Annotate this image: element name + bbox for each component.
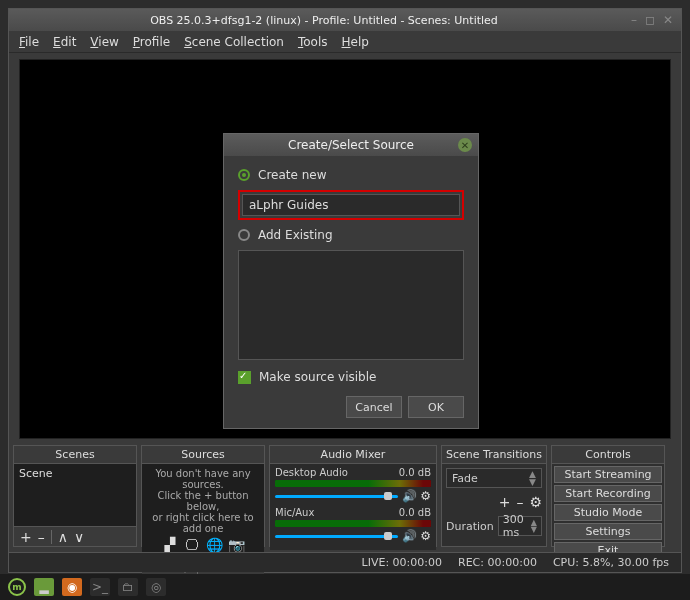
scenes-toolbar: + – ∧ ∨ bbox=[14, 526, 136, 546]
scene-item[interactable]: Scene bbox=[19, 467, 131, 480]
titlebar[interactable]: OBS 25.0.3+dfsg1-2 (linux) - Profile: Un… bbox=[9, 9, 681, 31]
make-visible-checkbox[interactable] bbox=[238, 371, 251, 384]
window-title: OBS 25.0.3+dfsg1-2 (linux) - Profile: Un… bbox=[17, 14, 631, 27]
mixer-header: Audio Mixer bbox=[270, 446, 436, 464]
controls-panel: Controls Start Streaming Start Recording… bbox=[551, 445, 665, 547]
add-existing-label: Add Existing bbox=[258, 228, 333, 242]
transitions-panel: Scene Transitions Fade ▲▼ + – ⚙ Duration bbox=[441, 445, 547, 547]
audio-mixer-panel: Audio Mixer Desktop Audio 0.0 dB 🔊 ⚙ bbox=[269, 445, 437, 547]
menubar: File Edit View Profile Scene Collection … bbox=[9, 31, 681, 53]
dialog-close-icon[interactable]: ✕ bbox=[458, 138, 472, 152]
dock-area: Scenes Scene + – ∧ ∨ Sources You don't h… bbox=[13, 445, 677, 547]
sources-header: Sources bbox=[142, 446, 264, 464]
files-taskbar-icon[interactable]: ▂ bbox=[34, 578, 54, 596]
menu-help[interactable]: Help bbox=[342, 35, 369, 49]
duration-spinbox[interactable]: 300 ms ▲▼ bbox=[498, 516, 542, 536]
separator bbox=[51, 530, 52, 544]
sources-list[interactable]: You don't have any sources. Click the + … bbox=[142, 464, 264, 558]
create-new-radio-row[interactable]: Create new bbox=[238, 168, 464, 182]
obs-taskbar-icon[interactable]: ◎ bbox=[146, 578, 166, 596]
close-icon[interactable]: ✕ bbox=[663, 13, 673, 27]
create-source-dialog: Create/Select Source ✕ Create new Add Ex… bbox=[223, 133, 479, 429]
menu-tools[interactable]: Tools bbox=[298, 35, 328, 49]
level-meter bbox=[275, 520, 431, 527]
remove-transition-icon[interactable]: – bbox=[516, 494, 523, 510]
firefox-taskbar-icon[interactable]: ◉ bbox=[62, 578, 82, 596]
transition-select[interactable]: Fade ▲▼ bbox=[446, 468, 542, 488]
ch-name: Mic/Aux bbox=[275, 507, 314, 518]
scenes-header: Scenes bbox=[14, 446, 136, 464]
volume-slider[interactable] bbox=[275, 495, 398, 498]
mixer-channel-mic: Mic/Aux 0.0 dB 🔊 ⚙ bbox=[275, 507, 431, 543]
remove-scene-icon[interactable]: – bbox=[38, 529, 45, 545]
ch-name: Desktop Audio bbox=[275, 467, 348, 478]
status-live: LIVE: 00:00:00 bbox=[362, 556, 442, 569]
source-name-highlight bbox=[238, 190, 464, 220]
terminal-taskbar-icon[interactable]: >_ bbox=[90, 578, 110, 596]
status-rec: REC: 00:00:00 bbox=[458, 556, 537, 569]
controls-header: Controls bbox=[552, 446, 664, 464]
transitions-header: Scene Transitions bbox=[442, 446, 546, 464]
menu-edit[interactable]: Edit bbox=[53, 35, 76, 49]
speaker-icon[interactable]: 🔊 bbox=[402, 489, 417, 503]
speaker-icon[interactable]: 🔊 bbox=[402, 529, 417, 543]
transition-settings-icon[interactable]: ⚙ bbox=[529, 494, 542, 510]
mixer-channel-desktop: Desktop Audio 0.0 dB 🔊 ⚙ bbox=[275, 467, 431, 503]
sources-empty-1: You don't have any sources. bbox=[145, 468, 261, 490]
spin-arrows-icon: ▲▼ bbox=[531, 519, 537, 533]
source-name-input[interactable] bbox=[242, 194, 460, 216]
ch-db: 0.0 dB bbox=[399, 467, 431, 478]
add-existing-radio-row[interactable]: Add Existing bbox=[238, 228, 464, 242]
add-scene-icon[interactable]: + bbox=[20, 529, 32, 545]
make-visible-row[interactable]: Make source visible bbox=[238, 370, 464, 384]
maximize-icon[interactable]: ◻ bbox=[645, 13, 655, 27]
move-up-icon[interactable]: ∧ bbox=[58, 529, 68, 545]
dialog-title-text: Create/Select Source bbox=[288, 138, 414, 152]
ch-db: 0.0 dB bbox=[399, 507, 431, 518]
status-cpu: CPU: 5.8%, 30.00 fps bbox=[553, 556, 669, 569]
sources-empty-2: Click the + button below, bbox=[145, 490, 261, 512]
menu-scene-collection[interactable]: Scene Collection bbox=[184, 35, 284, 49]
menu-file[interactable]: File bbox=[19, 35, 39, 49]
gear-icon[interactable]: ⚙ bbox=[420, 529, 431, 543]
radio-create-new[interactable] bbox=[238, 169, 250, 181]
start-streaming-button[interactable]: Start Streaming bbox=[554, 466, 662, 483]
mixer-body: Desktop Audio 0.0 dB 🔊 ⚙ bbox=[270, 464, 436, 550]
obs-window: OBS 25.0.3+dfsg1-2 (linux) - Profile: Un… bbox=[8, 8, 682, 573]
duration-value: 300 ms bbox=[503, 513, 531, 539]
menu-view[interactable]: View bbox=[90, 35, 118, 49]
move-down-icon[interactable]: ∨ bbox=[74, 529, 84, 545]
create-new-label: Create new bbox=[258, 168, 327, 182]
settings-button[interactable]: Settings bbox=[554, 523, 662, 540]
filemanager-taskbar-icon[interactable]: 🗀 bbox=[118, 578, 138, 596]
transition-selected: Fade bbox=[452, 472, 478, 485]
menu-profile[interactable]: Profile bbox=[133, 35, 170, 49]
taskbar[interactable]: m ▂ ◉ >_ 🗀 ◎ bbox=[0, 574, 690, 600]
duration-label: Duration bbox=[446, 520, 494, 533]
statusbar: LIVE: 00:00:00 REC: 00:00:00 CPU: 5.8%, … bbox=[9, 552, 681, 572]
level-meter bbox=[275, 480, 431, 487]
gear-icon[interactable]: ⚙ bbox=[420, 489, 431, 503]
sources-panel: Sources You don't have any sources. Clic… bbox=[141, 445, 265, 547]
mint-menu-icon[interactable]: m bbox=[8, 578, 26, 596]
start-recording-button[interactable]: Start Recording bbox=[554, 485, 662, 502]
volume-slider[interactable] bbox=[275, 535, 398, 538]
scenes-panel: Scenes Scene + – ∧ ∨ bbox=[13, 445, 137, 547]
minimize-icon[interactable]: – bbox=[631, 13, 637, 27]
dialog-titlebar[interactable]: Create/Select Source ✕ bbox=[224, 134, 478, 156]
make-visible-label: Make source visible bbox=[259, 370, 376, 384]
sources-empty-3: or right click here to add one bbox=[145, 512, 261, 534]
ok-button[interactable]: OK bbox=[408, 396, 464, 418]
existing-sources-list[interactable] bbox=[238, 250, 464, 360]
studio-mode-button[interactable]: Studio Mode bbox=[554, 504, 662, 521]
cancel-button[interactable]: Cancel bbox=[346, 396, 402, 418]
radio-add-existing[interactable] bbox=[238, 229, 250, 241]
scenes-list[interactable]: Scene bbox=[14, 464, 136, 526]
chevron-updown-icon: ▲▼ bbox=[529, 470, 536, 486]
desktop: OBS 25.0.3+dfsg1-2 (linux) - Profile: Un… bbox=[0, 0, 690, 600]
add-transition-icon[interactable]: + bbox=[499, 494, 511, 510]
